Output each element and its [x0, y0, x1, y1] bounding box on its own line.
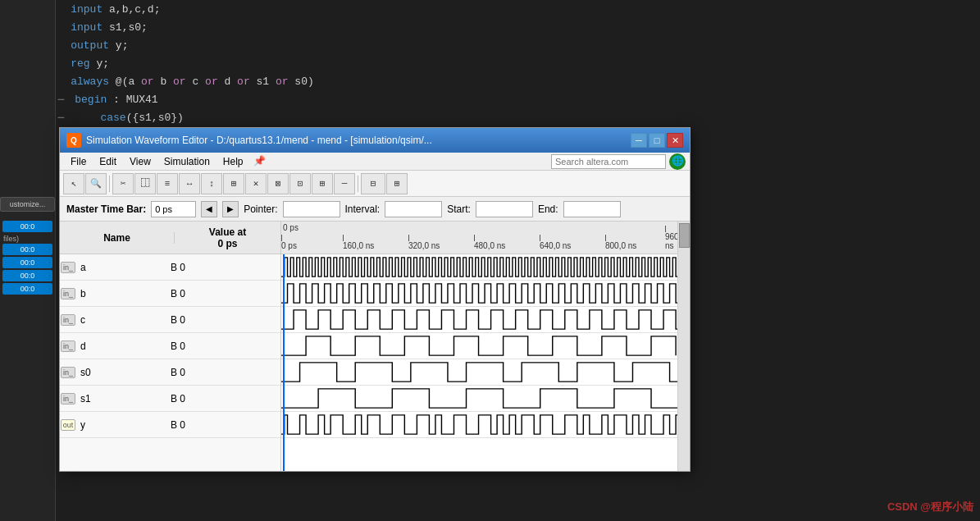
insert-button[interactable]: ⊞ — [223, 173, 244, 194]
status-badge-3: 00:0 — [2, 257, 52, 268]
wave-rows — [281, 254, 690, 438]
globe-icon: 🌐 — [669, 153, 686, 170]
status-badge-2: 00:0 — [2, 244, 52, 255]
signal-name-d: d — [76, 340, 162, 352]
signal-name-b: b — [76, 288, 162, 299]
customize-button[interactable]: ustomize... — [0, 197, 55, 212]
pointer-label: Pointer: — [244, 203, 277, 215]
pointer-input[interactable] — [283, 201, 340, 217]
zoom-fit-button[interactable]: ⊡ — [289, 173, 311, 194]
value-column-header: Value at0 ps — [175, 226, 280, 249]
signal-row-s1[interactable]: in_ s1 B 0 — [60, 386, 280, 412]
wave-row-d — [281, 333, 690, 359]
waveform-s1 — [281, 386, 690, 411]
time-tick-320: 320,0 ns — [408, 241, 440, 250]
wave-row-a — [281, 254, 690, 281]
interval-input[interactable] — [385, 201, 442, 217]
window-controls[interactable]: ─ □ ✕ — [631, 133, 683, 148]
signal-value-y: B 0 — [162, 419, 280, 431]
signal-value-b: B 0 — [162, 288, 280, 299]
waveform-d — [281, 333, 690, 359]
signal-name-c: c — [76, 314, 162, 326]
signal-name-s1: s1 — [76, 393, 162, 404]
signal-row-b[interactable]: in_ b B 0 — [60, 281, 280, 307]
code-line-7: 7 ─ begin : MUX41 — [0, 90, 980, 108]
signal-panel: Name Value at0 ps in_ a B 0 in_ b B 0 in… — [60, 222, 281, 471]
signal-row-a[interactable]: in_ a B 0 — [60, 254, 280, 281]
time-bar: Master Time Bar: ◀ ▶ Pointer: Interval: … — [60, 197, 690, 222]
line-content: ─ case({s1,s0}) — [37, 112, 184, 124]
signal-name-s0: s0 — [76, 367, 162, 378]
end-input[interactable] — [563, 201, 621, 217]
scrollbar-thumb[interactable] — [679, 223, 690, 248]
maximize-button[interactable]: □ — [649, 133, 665, 148]
signal-value-d: B 0 — [162, 340, 280, 352]
close-button[interactable]: ✕ — [667, 133, 683, 148]
grid-button[interactable]: ⊞ — [386, 173, 408, 194]
waveform-c — [281, 307, 690, 332]
zoom-sel-button[interactable]: ⊠ — [267, 173, 289, 194]
menu-file[interactable]: File — [64, 154, 93, 169]
toolbar: ↖ 🔍 ✂ ⿰ ≡ ↔ ↕ ⊞ ✕ ⊠ ⊡ ⊞ ─ ⊟ ⊞ — [60, 171, 690, 197]
signal-type-y: out — [60, 412, 76, 437]
master-time-label: Master Time Bar: — [66, 203, 146, 215]
signal-row-c[interactable]: in_ c B 0 — [60, 307, 280, 333]
signal-row-d[interactable]: in_ d B 0 — [60, 333, 280, 359]
waveform-area: Name Value at0 ps in_ a B 0 in_ b B 0 in… — [60, 222, 690, 471]
snap-button[interactable]: ⊟ — [361, 173, 385, 194]
name-column-header: Name — [60, 232, 175, 244]
signal-row-y[interactable]: out y B 0 — [60, 412, 280, 438]
flip-button[interactable]: ↕ — [201, 173, 222, 194]
select-tool-button[interactable]: ↖ — [63, 173, 84, 194]
menu-edit[interactable]: Edit — [93, 154, 123, 169]
next-nav-button[interactable]: ▶ — [222, 201, 239, 217]
delete-button[interactable]: ✕ — [245, 173, 267, 194]
minimize-button[interactable]: ─ — [631, 133, 647, 148]
wave-timeline: 0 ps 160,0 ns 320,0 ns 480,0 ns 640,0 ns… — [281, 222, 690, 254]
signal-value-s0: B 0 — [162, 367, 280, 378]
title-bar: Q Simulation Waveform Editor - D:/quartu… — [60, 128, 690, 153]
watermark: CSDN @程序小陆 — [887, 500, 973, 514]
code-line-3: 3 input s1,s0; — [0, 18, 980, 36]
end-label: End: — [538, 203, 558, 215]
wave-display: 0 ps 160,0 ns 320,0 ns 480,0 ns 640,0 ns… — [281, 222, 690, 471]
search-input[interactable] — [551, 154, 666, 169]
start-input[interactable] — [476, 201, 533, 217]
mirror-button[interactable]: ↔ — [179, 173, 200, 194]
wave-scrollbar[interactable] — [677, 222, 690, 471]
left-sidebar: ustomize... 00:0 files) 00:0 00:0 00:0 0… — [0, 0, 56, 521]
master-time-input[interactable] — [151, 201, 196, 217]
wave-cursor-line — [283, 254, 285, 471]
wave-row-c — [281, 307, 690, 333]
cut-button[interactable]: ✂ — [112, 173, 134, 194]
wave-row-y — [281, 412, 690, 438]
wave-row-s1 — [281, 386, 690, 412]
code-line-8: 8 ─ case({s1,s0}) — [0, 108, 980, 126]
paste-button[interactable]: ≡ — [157, 173, 178, 194]
toolbar-separator — [109, 176, 110, 192]
menu-help[interactable]: Help — [217, 154, 250, 169]
menu-view[interactable]: View — [123, 154, 157, 169]
prev-nav-button[interactable]: ◀ — [201, 201, 217, 217]
code-line-4: 4 output y; — [0, 36, 980, 54]
line-content: always @(a or b or c or d or s1 or s0) — [37, 75, 314, 88]
help-icon: 📌 — [253, 155, 266, 167]
cursor-time-label: 0 ps — [283, 223, 299, 232]
zoom-in-button[interactable]: ⊞ — [312, 173, 333, 194]
zoom-out-button[interactable]: ─ — [334, 173, 355, 194]
signal-name-y: y — [76, 419, 162, 431]
signal-type-s1: in_ — [60, 386, 76, 411]
signal-row-s0[interactable]: in_ s0 B 0 — [60, 359, 280, 386]
code-line-5: 5 reg y; — [0, 54, 980, 72]
time-tick-160: 160,0 ns — [343, 241, 374, 250]
status-badge-1: 00:0 — [2, 221, 52, 232]
copy-button[interactable]: ⿰ — [134, 173, 156, 194]
waveform-a — [281, 254, 690, 280]
signal-type-d: in_ — [60, 333, 76, 359]
menu-simulation[interactable]: Simulation — [157, 154, 217, 169]
status-badge-5: 00:0 — [2, 283, 52, 295]
time-tick-640: 640,0 ns — [540, 241, 571, 250]
code-line-6: 6 always @(a or b or c or d or s1 or s0) — [0, 72, 980, 90]
signal-header: Name Value at0 ps — [60, 222, 280, 254]
zoom-tool-button[interactable]: 🔍 — [85, 173, 107, 194]
